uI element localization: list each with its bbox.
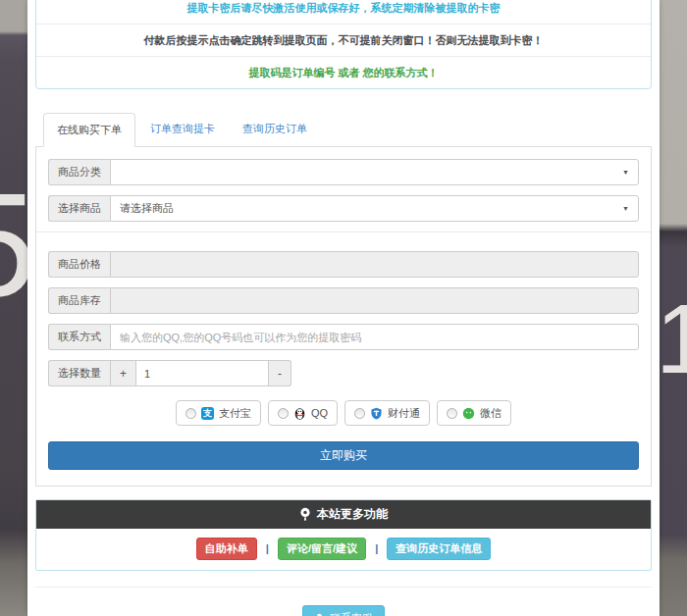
qq-icon [293, 407, 306, 420]
tab-history-orders[interactable]: 查询历史订单 [230, 113, 320, 147]
product-select[interactable]: 请选择商品 ▼ [110, 195, 639, 222]
background-photo-left: 5 [0, 0, 27, 616]
product-row: 选择商品 请选择商品 ▼ [48, 195, 639, 222]
separator: | [375, 542, 378, 554]
tab-bar: 在线购买下单 订单查询提卡 查询历史订单 [35, 113, 652, 147]
notice-line-1: 提取卡密后请尽快激活使用或保存好，系统定期清除被提取的卡密 [36, 0, 651, 24]
contact-input[interactable] [110, 324, 639, 350]
payment-options: 支 支付宝 QQ [48, 400, 639, 426]
qq-label: QQ [311, 407, 328, 419]
background-digit-5: 5 [0, 172, 27, 319]
contact-row: 联系方式 [48, 324, 639, 350]
order-form-panel: 商品分类 ▼ 选择商品 请选择商品 ▼ 商品价格 商品库存 [35, 147, 652, 487]
quantity-row: 选择数量 + - [48, 360, 301, 386]
payment-option-tenpay[interactable]: 财付通 [344, 400, 430, 426]
tab-buy-online[interactable]: 在线购买下单 [43, 113, 135, 147]
wechat-label: 微信 [480, 406, 502, 421]
buy-now-button[interactable]: 立即购买 [48, 441, 639, 470]
price-field [110, 251, 639, 278]
separator: | [266, 542, 269, 554]
quantity-label: 选择数量 [48, 360, 110, 386]
contact-support-button[interactable]: 联系客服 [302, 605, 385, 616]
background-photo-right: 1 [660, 0, 687, 616]
more-functions-title: 本站更多功能 [317, 506, 388, 523]
product-label: 选择商品 [48, 195, 110, 222]
tenpay-label: 财付通 [388, 406, 420, 421]
wechat-radio[interactable] [447, 408, 457, 419]
footer-divider [35, 587, 652, 588]
price-label: 商品价格 [48, 251, 110, 278]
tab-order-query[interactable]: 订单查询提卡 [137, 113, 228, 147]
contact-support-label: 联系客服 [330, 611, 373, 616]
price-row: 商品价格 [48, 251, 639, 278]
page-container: 提取卡密后请尽快激活使用或保存好，系统定期清除被提取的卡密 付款后按提示点击确定… [27, 0, 660, 616]
tenpay-icon [370, 407, 383, 420]
quantity-plus-button[interactable]: + [110, 360, 135, 386]
notice-line-3: 提取码是订单编号 或者 您的联系方式！ [36, 56, 651, 88]
category-select[interactable]: ▼ [110, 159, 639, 185]
quantity-input[interactable] [135, 360, 269, 386]
more-functions-header: 本站更多功能 [36, 500, 651, 529]
notice-box: 提取卡密后请尽快激活使用或保存好，系统定期清除被提取的卡密 付款后按提示点击确定… [35, 0, 652, 89]
background-digit-1: 1 [660, 289, 687, 387]
qq-radio[interactable] [278, 408, 289, 419]
contact-label: 联系方式 [48, 324, 110, 350]
stock-row: 商品库存 [48, 287, 639, 314]
product-select-value: 请选择商品 [120, 201, 174, 216]
more-functions-body: 自助补单 | 评论/留言/建议 | 查询历史订单信息 [36, 529, 651, 570]
stock-label: 商品库存 [48, 287, 110, 314]
self-reorder-button[interactable]: 自助补单 [196, 538, 257, 560]
comments-feedback-button[interactable]: 评论/留言/建议 [278, 538, 366, 560]
pin-icon [299, 507, 311, 522]
chevron-down-icon: ▼ [622, 169, 629, 176]
payment-option-wechat[interactable]: 微信 [437, 400, 511, 426]
form-divider [36, 231, 651, 232]
category-label: 商品分类 [48, 159, 110, 185]
history-order-info-button[interactable]: 查询历史订单信息 [387, 538, 491, 560]
chevron-down-icon: ▼ [622, 205, 629, 212]
alipay-radio[interactable] [185, 408, 196, 419]
notice-line-2: 付款后按提示点击确定跳转到提取页面，不可提前关闭窗口！否则无法提取到卡密！ [36, 24, 651, 56]
more-functions-panel: 本站更多功能 自助补单 | 评论/留言/建议 | 查询历史订单信息 [35, 499, 652, 571]
alipay-icon: 支 [201, 407, 214, 420]
quantity-minus-button[interactable]: - [269, 360, 291, 386]
payment-option-alipay[interactable]: 支 支付宝 [176, 400, 261, 426]
wechat-icon [462, 407, 475, 420]
category-row: 商品分类 ▼ [48, 159, 639, 185]
tenpay-radio[interactable] [354, 408, 365, 419]
alipay-label: 支付宝 [219, 406, 251, 421]
stock-field [110, 287, 639, 314]
payment-option-qq[interactable]: QQ [268, 400, 338, 426]
